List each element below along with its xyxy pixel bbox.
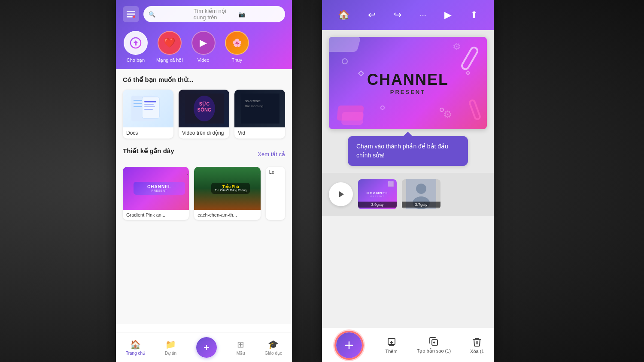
delete-action-label: Xóa (1 [470, 349, 484, 354]
present-subtitle: PRESENT [390, 89, 425, 95]
thumb-duration-2: 3.7giây [402, 202, 440, 208]
svg-point-3 [133, 15, 135, 18]
nav-education[interactable]: 🎓 Giáo dục [265, 339, 282, 356]
see-all-button[interactable]: Xem tất cả [258, 151, 285, 157]
camera-icon: 📷 [238, 11, 280, 18]
add-btn-circle[interactable] [336, 332, 362, 358]
channel-title: CHANNEL [367, 71, 449, 89]
svg-rect-9 [142, 97, 159, 118]
recent-title: Thiết kế gần đây [123, 147, 174, 155]
video-icon: ▶ [191, 31, 216, 55]
card-menu-icon[interactable]: ··· [187, 170, 189, 178]
search-bar[interactable]: 🔍 Tìm kiếm nội dung trên 📷 [143, 6, 285, 22]
mxh-icon: ❤️ [158, 31, 182, 55]
left-bottom-nav: 🏠 Trang chủ 📁 Dự án + ⊞ Mẫu 🎓 Giáo dục [116, 332, 292, 362]
svg-rect-13 [144, 109, 153, 110]
left-body: Có thể bạn muốn thử... [116, 69, 292, 324]
nav-education-label: Giáo dục [265, 351, 282, 356]
add-btn-wrapper[interactable] [332, 332, 366, 358]
thuy-icon: 🌸 [225, 31, 249, 55]
nav-project-label: Dự án [165, 351, 176, 356]
forest-label: cach-chen-am-th... [194, 210, 260, 220]
svg-text:SỨC: SỨC [199, 101, 210, 106]
thuy-label: Thuy [231, 57, 242, 63]
delete-action-button[interactable]: Xóa (1 [470, 337, 484, 354]
thumb-channel-text: CHANNEL [367, 191, 389, 195]
add-action-button[interactable]: Thêm [386, 337, 398, 354]
home-icon: 🏠 [130, 339, 141, 350]
svg-rect-2 [127, 16, 133, 18]
channel-mini-sub: PRESENT [138, 189, 181, 192]
nav-template-label: Mẫu [237, 351, 245, 356]
search-placeholder: Tìm kiếm nội dung trên [194, 8, 235, 21]
diamond-deco [358, 70, 364, 76]
nav-project[interactable]: 📁 Dự án [165, 339, 176, 356]
menu-button[interactable] [123, 6, 139, 22]
design-preview-inner: ⚙ ⚙ [329, 37, 487, 129]
nav-home-label: Trang chủ [126, 351, 145, 356]
category-thuy[interactable]: 🌸 Thuy [224, 31, 250, 63]
try-card-video-mobile[interactable]: SỨC SỐNG Video trên di động [179, 90, 229, 139]
thumb-duration-1: 3.9giây [358, 202, 397, 208]
try-card-docs[interactable]: Docs [123, 90, 173, 139]
copy-action-button[interactable]: Tạo bản sao (1) [417, 336, 451, 354]
share-button[interactable]: ⬆ [470, 9, 478, 21]
pink-bar-2 [341, 112, 364, 125]
try-section: Có thể bạn muốn thử... [123, 76, 285, 139]
white-strip-deco [329, 37, 361, 52]
forest-thumbnail: ··· Tiều Phú Tìe Cởn Ở Rừng Phùng [194, 167, 260, 210]
category-mxh[interactable]: ❤️ Mạng xã hội [156, 31, 183, 63]
recent-card-gradient-pink[interactable]: ··· CHANNEL PRESENT Gradient Pink an... [123, 167, 189, 220]
video-label: Video [197, 57, 210, 63]
search-icon: 🔍 [149, 11, 190, 18]
nav-template[interactable]: ⊞ Mẫu [237, 339, 245, 356]
svg-marker-21 [339, 191, 344, 197]
recent-card-le[interactable]: Le [266, 167, 285, 220]
svg-rect-18 [241, 94, 279, 124]
mxh-label: Mạng xã hội [156, 57, 183, 63]
dot-circle-2 [380, 106, 385, 110]
try-card-vid[interactable]: ss of wate the morning Vid [234, 90, 285, 139]
play-button-header[interactable]: ▶ [444, 9, 452, 21]
thumb-screen-icon: ⬜ [388, 181, 394, 187]
category-video[interactable]: ▶ Video [191, 31, 216, 63]
timeline-thumb-2[interactable]: 3.7giây [402, 179, 440, 209]
svg-rect-10 [144, 101, 156, 103]
nav-plus-button[interactable]: + [196, 337, 217, 358]
card-menu-icon-2[interactable]: ··· [258, 170, 261, 178]
more-options-button[interactable]: ··· [420, 11, 426, 20]
redo-button[interactable]: ↪ [394, 9, 401, 21]
gradient-pink-thumbnail: ··· CHANNEL PRESENT [123, 167, 189, 210]
gear-deco-top: ⚙ [453, 41, 461, 52]
left-phone-panel: 🔍 Tìm kiếm nội dung trên 📷 [116, 0, 292, 362]
channel-mini: CHANNEL PRESENT [134, 182, 185, 195]
project-icon: 📁 [165, 339, 176, 350]
header-top: 🔍 Tìm kiếm nội dung trên 📷 [123, 6, 285, 22]
right-bottom-bar: Thêm Tạo bản sao (1) Xóa (1 [322, 328, 494, 362]
timeline-strip: CHANNEL PRESENT ⬜ 3.9giây 3.7giây [322, 173, 494, 216]
education-icon: 🎓 [268, 339, 279, 350]
cho-ban-label: Cho bạn [127, 57, 145, 63]
undo-button[interactable]: ↩ [368, 9, 376, 21]
svg-rect-1 [127, 14, 135, 15]
docs-label: Docs [123, 127, 173, 139]
design-preview[interactable]: ⚙ ⚙ [329, 37, 487, 129]
recent-cards: ··· CHANNEL PRESENT Gradient Pink an... … [123, 167, 285, 220]
timeline-thumb-1[interactable]: CHANNEL PRESENT ⬜ 3.9giây [358, 179, 397, 209]
forest-subtitle: Tìe Cởn Ở Rừng Phùng [215, 189, 246, 192]
vid-thumbnail: ss of wate the morning [234, 90, 285, 127]
forest-text: Tiều Phú Tìe Cởn Ở Rừng Phùng [211, 183, 250, 194]
svg-text:ss of wate: ss of wate [245, 99, 261, 103]
nav-home[interactable]: 🏠 Trang chủ [126, 339, 145, 356]
template-icon: ⊞ [237, 339, 244, 350]
forest-title: Tiều Phú [215, 184, 246, 189]
home-button-right[interactable]: 🏠 [338, 9, 349, 21]
right-canvas: ⚙ ⚙ [322, 30, 494, 173]
recent-card-forest[interactable]: ··· Tiều Phú Tìe Cởn Ở Rừng Phùng cach-c… [194, 167, 260, 220]
tooltip-text: Chạm vào thành phần để bắt đầu chỉnh sửa… [356, 143, 448, 159]
paperclip-deco-2 [468, 99, 482, 121]
svg-text:the morning: the morning [245, 104, 263, 108]
play-button-timeline[interactable] [329, 182, 353, 206]
category-cho-ban[interactable]: Cho bạn [123, 31, 149, 63]
nav-add[interactable]: + [196, 337, 217, 358]
